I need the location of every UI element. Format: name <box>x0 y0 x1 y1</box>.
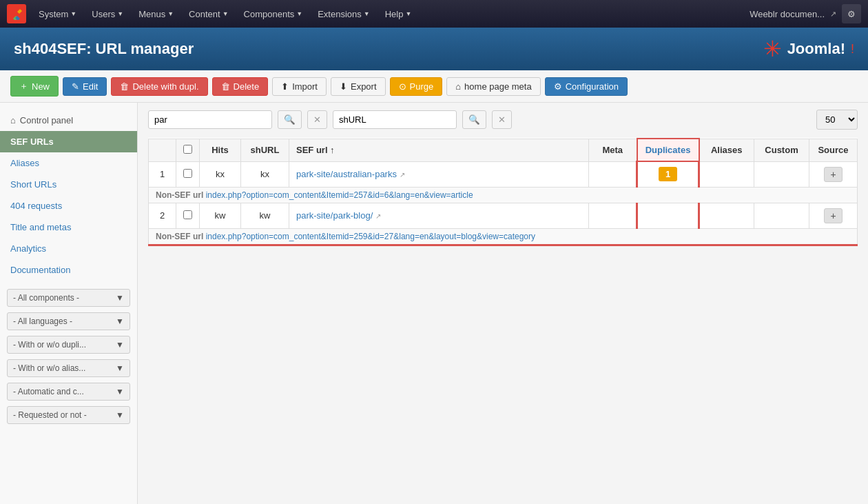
row-num: 1 <box>149 161 176 187</box>
sidebar-item-analytics[interactable]: Analytics <box>0 238 137 259</box>
app-header: sh404SEF: URL manager ✳ Joomla! ! <box>0 28 868 70</box>
edit-button[interactable]: ✎ Edit <box>63 77 107 96</box>
import-button[interactable]: ⬆ Import <box>272 77 327 96</box>
top-nav-items: System ▼ Users ▼ Menus ▼ Content ▼ Compo… <box>32 6 750 22</box>
main-layout: ⌂ Control panel SEF URLs Aliases Short U… <box>0 103 868 504</box>
nav-system[interactable]: System ▼ <box>32 6 83 22</box>
settings-icon[interactable]: ⚙ <box>842 4 861 23</box>
row-duplicates <box>637 203 699 228</box>
joomla-brand: ✳ Joomla! ! <box>763 36 854 62</box>
external-link-icon: ↗ <box>830 10 836 19</box>
select-all-checkbox[interactable] <box>183 145 192 154</box>
purge-icon: ⊙ <box>399 81 406 92</box>
search-button-2[interactable]: 🔍 <box>462 110 486 129</box>
per-page-select[interactable]: 50 25 100 <box>816 110 858 130</box>
row-source: + <box>809 161 858 187</box>
row-checkbox[interactable] <box>176 203 200 228</box>
sef-url-link[interactable]: park-site/australian-parks <box>296 169 397 179</box>
filter-duplicates-dropdown[interactable]: - With or w/o dupli... ▼ <box>7 336 130 354</box>
purge-button[interactable]: ⊙ Purge <box>390 77 443 96</box>
row-aliases <box>699 203 754 228</box>
sidebar-item-sef-urls[interactable]: SEF URLs <box>0 131 137 152</box>
search-input-1[interactable] <box>148 110 272 129</box>
th-meta[interactable]: Meta <box>589 139 637 161</box>
config-gear-icon: ⚙ <box>554 81 562 92</box>
filter-components-dropdown[interactable]: - All components - ▼ <box>7 289 130 307</box>
table-row: 2 kw kw park-site/park-blog/ ↗ <box>149 203 858 228</box>
row-shurl: kx <box>241 161 289 187</box>
filter-aliases-dropdown[interactable]: - With or w/o alias... ▼ <box>7 359 130 377</box>
delete-button[interactable]: 🗑 Delete <box>212 77 269 96</box>
dropdown-arrow-icon: ▼ <box>116 387 124 396</box>
search-button-1[interactable]: 🔍 <box>278 110 302 129</box>
url-table: Hits shURL SEF url ↑ Meta Duplicates Ali… <box>148 138 858 246</box>
row-custom <box>754 161 809 187</box>
th-custom[interactable]: Custom <box>754 139 809 161</box>
joomla-star-icon: ✳ <box>763 36 782 62</box>
nav-menus[interactable]: Menus ▼ <box>132 6 180 22</box>
external-link-icon: ↗ <box>375 212 381 220</box>
sidebar-item-short-urls[interactable]: Short URLs <box>0 174 137 195</box>
nav-help[interactable]: Help ▼ <box>378 6 419 22</box>
nav-extensions[interactable]: Extensions ▼ <box>311 6 377 22</box>
sidebar-item-404-requests[interactable]: 404 requests <box>0 195 137 216</box>
th-sef-url[interactable]: SEF url ↑ <box>289 139 589 161</box>
nav-content-arrow-icon: ▼ <box>223 10 229 17</box>
row-checkbox[interactable] <box>176 161 200 187</box>
home-page-meta-button[interactable]: ⌂ home page meta <box>446 77 540 96</box>
new-button[interactable]: ＋ New <box>10 76 59 97</box>
nav-menus-arrow-icon: ▼ <box>167 10 174 17</box>
non-sef-row: Non-SEF url index.php?option=com_content… <box>149 187 858 203</box>
search-clear-2[interactable]: ✕ <box>492 110 512 129</box>
sidebar-control-panel[interactable]: ⌂ Control panel <box>0 110 137 131</box>
non-sef-url-cell: Non-SEF url index.php?option=com_content… <box>149 187 858 203</box>
joomla-logo-icon <box>7 4 26 23</box>
non-sef-label: Non-SEF url <box>156 232 203 241</box>
row-hits: kx <box>200 161 241 187</box>
export-button[interactable]: ⬇ Export <box>331 77 386 96</box>
row-sef-url: park-site/park-blog/ ↗ <box>289 203 589 228</box>
sidebar: ⌂ Control panel SEF URLs Aliases Short U… <box>0 103 138 504</box>
page-title: sh404SEF: URL manager <box>14 40 194 58</box>
duplicate-badge[interactable]: 1 <box>659 167 677 181</box>
non-sef-row: Non-SEF url index.php?option=com_content… <box>149 228 858 245</box>
nav-components[interactable]: Components ▼ <box>237 6 310 22</box>
delete-with-dupl-button[interactable]: 🗑 Delete with dupl. <box>111 77 207 96</box>
toolbar: ＋ New ✎ Edit 🗑 Delete with dupl. 🗑 Delet… <box>0 70 868 103</box>
row-duplicates: 1 <box>637 161 699 187</box>
delete-icon: 🗑 <box>221 81 230 92</box>
th-aliases[interactable]: Aliases <box>699 139 754 161</box>
nav-extensions-arrow-icon: ▼ <box>364 10 370 17</box>
sidebar-item-aliases[interactable]: Aliases <box>0 152 137 174</box>
search-clear-1[interactable]: ✕ <box>307 110 327 129</box>
filter-requested-dropdown[interactable]: - Requested or not - ▼ <box>7 406 130 424</box>
sidebar-item-title-metas[interactable]: Title and metas <box>0 216 137 238</box>
th-check <box>176 139 200 161</box>
sidebar-item-documentation[interactable]: Documentation <box>0 259 137 281</box>
nav-users[interactable]: Users ▼ <box>85 6 130 22</box>
th-shurl[interactable]: shURL <box>241 139 289 161</box>
export-icon: ⬇ <box>340 81 347 92</box>
filter-automatic-dropdown[interactable]: - Automatic and c... ▼ <box>7 383 130 401</box>
row-meta <box>589 203 637 228</box>
non-sef-url-cell: Non-SEF url index.php?option=com_content… <box>149 228 858 245</box>
row-sef-url: park-site/australian-parks ↗ <box>289 161 589 187</box>
filter-languages-dropdown[interactable]: - All languages - ▼ <box>7 312 130 330</box>
source-plus-button[interactable]: + <box>824 208 842 223</box>
configuration-button[interactable]: ⚙ Configuration <box>545 77 628 96</box>
nav-content[interactable]: Content ▼ <box>182 6 235 22</box>
source-plus-button[interactable]: + <box>824 167 842 182</box>
plus-icon: ＋ <box>19 80 28 92</box>
dropdown-arrow-icon: ▼ <box>116 410 124 420</box>
th-source[interactable]: Source <box>809 139 858 161</box>
non-sef-label: Non-SEF url <box>156 190 203 200</box>
nav-users-arrow-icon: ▼ <box>117 10 123 17</box>
th-duplicates[interactable]: Duplicates <box>637 139 699 161</box>
th-hits[interactable]: Hits <box>200 139 241 161</box>
content-area: 🔍 ✕ 🔍 ✕ 50 25 100 <box>138 103 868 504</box>
non-sef-url-text: index.php?option=com_content&Itemid=257&… <box>206 190 473 200</box>
sef-url-link[interactable]: park-site/park-blog/ <box>296 210 373 221</box>
search-input-2[interactable] <box>333 110 457 129</box>
dropdown-arrow-icon: ▼ <box>116 340 124 350</box>
row-source: + <box>809 203 858 228</box>
